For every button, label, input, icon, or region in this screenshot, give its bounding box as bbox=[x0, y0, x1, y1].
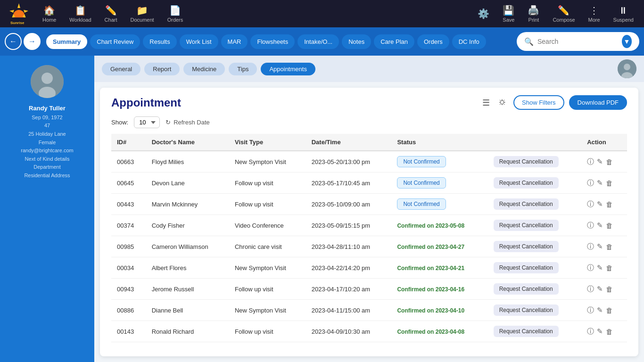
sub-tab-general[interactable]: General bbox=[102, 63, 140, 75]
nav-item-save[interactable]: 💾 Save bbox=[497, 3, 520, 25]
nav-item-suspend[interactable]: ⏸ Suspend bbox=[608, 3, 639, 25]
tab-orders[interactable]: Orders bbox=[417, 34, 449, 49]
cell-status: Not Confirmed bbox=[391, 194, 487, 215]
align-icon-button[interactable]: ☰ bbox=[480, 96, 492, 110]
edit-icon[interactable]: ✎ bbox=[597, 157, 603, 166]
tab-intake[interactable]: Intake/O... bbox=[297, 34, 339, 49]
cell-visit-type: Video Conference bbox=[229, 215, 306, 236]
delete-icon[interactable]: 🗑 bbox=[606, 285, 613, 293]
status-badge: Confirmed on 2023-04-27 bbox=[397, 244, 464, 250]
cell-id: 00034 bbox=[111, 257, 146, 279]
table-row: 00985 Cameron Williamson Chronic care vi… bbox=[111, 236, 627, 257]
edit-icon[interactable]: ✎ bbox=[597, 242, 603, 251]
forward-button[interactable]: → bbox=[24, 33, 41, 50]
table-row: 00663 Floyd Milies New Sympton Visit 202… bbox=[111, 151, 627, 173]
tab-notes[interactable]: Notes bbox=[342, 34, 371, 49]
delete-icon[interactable]: 🗑 bbox=[606, 179, 613, 187]
tab-dc-info[interactable]: DC Info bbox=[452, 34, 486, 49]
nav-item-workload[interactable]: 📋 Workload bbox=[64, 3, 97, 25]
info-icon[interactable]: ⓘ bbox=[587, 327, 594, 336]
info-icon[interactable]: ⓘ bbox=[587, 263, 594, 272]
sub-tab-medicine[interactable]: Medicine bbox=[183, 63, 225, 75]
cancel-button[interactable]: Request Cancellation bbox=[494, 177, 559, 189]
edit-icon[interactable]: ✎ bbox=[597, 306, 603, 314]
filter-icon-button[interactable]: ⛭ bbox=[496, 96, 509, 109]
info-icon[interactable]: ⓘ bbox=[587, 179, 594, 188]
cancel-button[interactable]: Request Cancellation bbox=[494, 262, 559, 273]
tab-flowsheets[interactable]: Flowsheets bbox=[250, 34, 295, 49]
cancel-button[interactable]: Request Cancellation bbox=[494, 198, 559, 210]
table-row: 00886 Dianne Bell New Sympton Visit 2023… bbox=[111, 300, 627, 321]
info-icon[interactable]: ⓘ bbox=[587, 221, 594, 230]
cancel-button[interactable]: Request Cancellation bbox=[494, 304, 559, 316]
tab-chart-review[interactable]: Chart Review bbox=[90, 34, 140, 49]
user-profile[interactable] bbox=[618, 59, 636, 78]
tab-results[interactable]: Results bbox=[143, 34, 176, 49]
delete-icon[interactable]: 🗑 bbox=[606, 328, 613, 336]
sub-tab-tips[interactable]: Tips bbox=[229, 63, 257, 75]
info-icon[interactable]: ⓘ bbox=[587, 200, 594, 209]
action-icons: ⓘ ✎ 🗑 bbox=[587, 263, 621, 272]
cell-id: 00645 bbox=[111, 173, 146, 194]
delete-icon[interactable]: 🗑 bbox=[606, 243, 613, 251]
table-row: 00374 Cody Fisher Video Conference 2023-… bbox=[111, 215, 627, 236]
cell-doctor: Devon Lane bbox=[146, 173, 229, 194]
info-icon[interactable]: ⓘ bbox=[587, 157, 594, 166]
delete-icon[interactable]: 🗑 bbox=[606, 264, 613, 272]
edit-icon[interactable]: ✎ bbox=[597, 263, 603, 272]
action-icons: ⓘ ✎ 🗑 bbox=[587, 157, 621, 166]
tab-care-plan[interactable]: Care Plan bbox=[374, 34, 414, 49]
sub-tab-appointments[interactable]: Appointments bbox=[261, 63, 315, 75]
cell-datetime: 2023-05-10/09:00 am bbox=[306, 194, 392, 215]
edit-icon[interactable]: ✎ bbox=[597, 179, 603, 187]
cancel-button[interactable]: Request Cancellation bbox=[494, 156, 559, 167]
edit-icon[interactable]: ✎ bbox=[597, 327, 603, 336]
cell-cancel: Request Cancellation bbox=[488, 236, 582, 257]
panel-actions: ☰ ⛭ Show Filters Download PDF bbox=[480, 95, 627, 110]
col-id: ID# bbox=[111, 134, 146, 151]
cancel-button[interactable]: Request Cancellation bbox=[494, 326, 559, 337]
delete-icon[interactable]: 🗑 bbox=[606, 222, 613, 230]
cancel-button[interactable]: Request Cancellation bbox=[494, 283, 559, 295]
cell-visit-type: Follow up visit bbox=[229, 194, 306, 215]
delete-icon[interactable]: 🗑 bbox=[606, 200, 613, 208]
show-select[interactable]: 10 5 20 50 bbox=[134, 116, 160, 128]
nav-item-settings[interactable]: ⚙️ bbox=[472, 6, 495, 21]
nav-item-print[interactable]: 🖨️ Print bbox=[522, 3, 545, 25]
download-pdf-button[interactable]: Download PDF bbox=[569, 95, 627, 110]
cell-doctor: Marvin Mckinney bbox=[146, 194, 229, 215]
edit-icon[interactable]: ✎ bbox=[597, 221, 603, 230]
logo[interactable]: Sunrise bbox=[5, 2, 33, 25]
info-icon[interactable]: ⓘ bbox=[587, 242, 594, 251]
refresh-button[interactable]: ↻ Refresh Date bbox=[165, 119, 210, 126]
info-icon[interactable]: ⓘ bbox=[587, 285, 594, 294]
cancel-button[interactable]: Request Cancellation bbox=[494, 241, 559, 252]
tab-work-list[interactable]: Work List bbox=[180, 34, 218, 49]
tab-mar[interactable]: MAR bbox=[221, 34, 248, 49]
edit-icon[interactable]: ✎ bbox=[597, 285, 603, 293]
svg-marker-3 bbox=[9, 10, 14, 13]
nav-item-orders[interactable]: 📄 Orders bbox=[162, 3, 189, 25]
avatar-image bbox=[31, 65, 64, 98]
status-badge: Not Confirmed bbox=[397, 156, 446, 167]
nav-item-home[interactable]: 🏠 Home bbox=[37, 3, 62, 25]
back-button[interactable]: ← bbox=[5, 33, 22, 50]
show-filters-button[interactable]: Show Filters bbox=[513, 95, 564, 110]
edit-icon[interactable]: ✎ bbox=[597, 200, 603, 208]
search-dropdown-button[interactable]: ▼ bbox=[622, 35, 632, 48]
info-icon[interactable]: ⓘ bbox=[587, 306, 594, 315]
cell-status: Confirmed on 2023-04-27 bbox=[391, 236, 487, 257]
nav-item-document[interactable]: 📁 Document bbox=[125, 3, 160, 25]
nav-item-more[interactable]: ⋮ More bbox=[583, 3, 606, 25]
cell-cancel: Request Cancellation bbox=[488, 279, 582, 300]
search-input[interactable] bbox=[537, 38, 618, 45]
delete-icon[interactable]: 🗑 bbox=[606, 306, 613, 314]
tab-summary[interactable]: Summary bbox=[46, 34, 87, 49]
patient-gender: Female bbox=[21, 139, 73, 147]
cell-datetime: 2023-05-09/15:15 pm bbox=[306, 215, 392, 236]
delete-icon[interactable]: 🗑 bbox=[606, 158, 613, 166]
nav-item-compose[interactable]: ✏️ Compose bbox=[547, 3, 580, 25]
sub-tab-report[interactable]: Report bbox=[144, 63, 180, 75]
cancel-button[interactable]: Request Cancellation bbox=[494, 220, 559, 231]
nav-item-chart[interactable]: ✏️ Chart bbox=[99, 3, 123, 25]
